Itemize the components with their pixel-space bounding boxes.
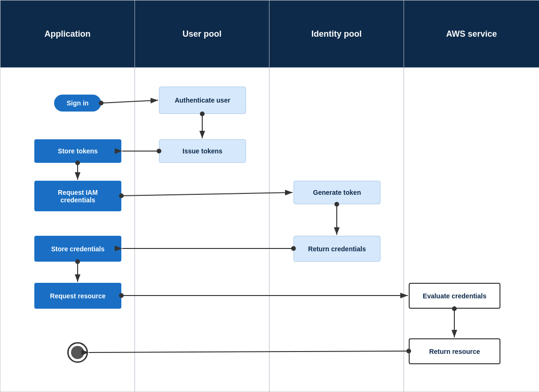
sign-in-node: Sign in — [54, 95, 101, 112]
swimlane-header-identity-pool: Identity pool — [270, 0, 404, 67]
swimlane-body-identity-pool — [270, 67, 404, 392]
swimlane-user-pool: User pool — [135, 0, 270, 392]
swimlane-body-application — [0, 67, 135, 392]
swimlane-aws-service: AWS service — [404, 0, 539, 392]
request-resource-node: Request resource — [34, 283, 121, 309]
generate-token-node: Generate token — [293, 181, 380, 204]
end-node-inner — [71, 346, 84, 359]
evaluate-credentials-node: Evaluate credentials — [409, 283, 500, 309]
diagram-container: Application User pool Identity pool AWS … — [0, 0, 539, 392]
authenticate-user-node: Authenticate user — [159, 87, 246, 114]
swimlane-header-aws-service: AWS service — [404, 0, 539, 67]
return-credentials-node: Return credentials — [293, 236, 380, 262]
store-tokens-node: Store tokens — [34, 139, 121, 163]
request-iam-node: Request IAM credentials — [34, 181, 121, 211]
issue-tokens-node: Issue tokens — [159, 139, 246, 163]
swimlane-body-user-pool — [135, 67, 270, 392]
store-credentials-node: Store credentials — [34, 236, 121, 262]
swimlane-header-user-pool: User pool — [135, 0, 270, 67]
end-node — [67, 342, 88, 363]
swimlane-header-application: Application — [0, 0, 135, 67]
return-resource-node: Return resource — [409, 338, 500, 364]
